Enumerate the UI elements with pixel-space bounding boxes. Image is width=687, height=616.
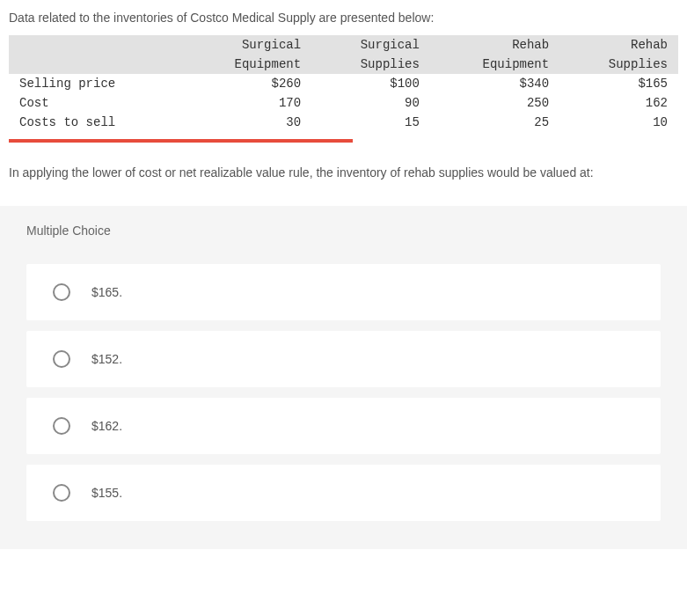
header-col2-line2: Supplies <box>311 55 430 74</box>
cell: $100 <box>311 74 430 93</box>
multiple-choice-container: Multiple Choice $165. $152. $162. $155. <box>0 206 687 549</box>
header-blank-2 <box>9 55 182 74</box>
cell: 30 <box>182 113 311 132</box>
header-col4-line1: Rehab <box>559 35 678 55</box>
cell: 15 <box>311 113 430 132</box>
header-col3-line2: Equipment <box>430 55 559 74</box>
header-col3-line1: Rehab <box>430 35 559 55</box>
row-label: Selling price <box>9 74 182 93</box>
header-col2-line1: Surgical <box>311 35 430 55</box>
table-divider <box>9 139 353 143</box>
cell: 10 <box>559 113 678 132</box>
table-row: Costs to sell 30 15 25 10 <box>9 113 678 132</box>
header-row-2: Equipment Supplies Equipment Supplies <box>9 55 678 74</box>
header-row-1: Surgical Surgical Rehab Rehab <box>9 35 678 55</box>
intro-text: Data related to the inventories of Costc… <box>0 0 687 35</box>
cell: $165 <box>559 74 678 93</box>
option-a[interactable]: $165. <box>26 264 661 320</box>
option-label: $162. <box>91 419 122 433</box>
header-blank <box>9 35 182 55</box>
table-row: Selling price $260 $100 $340 $165 <box>9 74 678 93</box>
inventory-table: Surgical Surgical Rehab Rehab Equipment … <box>9 35 678 132</box>
radio-icon <box>53 484 70 502</box>
cell: 162 <box>559 93 678 113</box>
cell: 250 <box>430 93 559 113</box>
header-col1-line2: Equipment <box>182 55 311 74</box>
cell: $260 <box>182 74 311 93</box>
option-d[interactable]: $155. <box>26 465 661 521</box>
option-label: $165. <box>91 285 122 299</box>
header-col1-line1: Surgical <box>182 35 311 55</box>
table-row: Cost 170 90 250 162 <box>9 93 678 113</box>
multiple-choice-label: Multiple Choice <box>26 224 661 238</box>
row-label: Cost <box>9 93 182 113</box>
radio-icon <box>53 417 70 435</box>
cell: 25 <box>430 113 559 132</box>
question-text: In applying the lower of cost or net rea… <box>0 158 687 206</box>
radio-icon <box>53 283 70 301</box>
option-label: $155. <box>91 486 122 500</box>
option-label: $152. <box>91 352 122 366</box>
option-b[interactable]: $152. <box>26 331 661 387</box>
cell: 90 <box>311 93 430 113</box>
cell: $340 <box>430 74 559 93</box>
radio-icon <box>53 350 70 368</box>
cell: 170 <box>182 93 311 113</box>
option-c[interactable]: $162. <box>26 398 661 454</box>
row-label: Costs to sell <box>9 113 182 132</box>
header-col4-line2: Supplies <box>559 55 678 74</box>
